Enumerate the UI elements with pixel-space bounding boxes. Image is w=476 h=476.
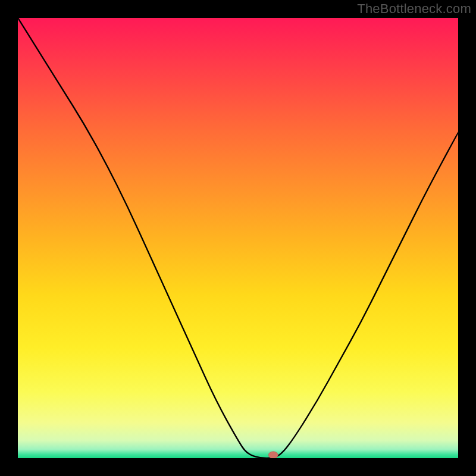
bottleneck-line xyxy=(18,18,458,458)
watermark-label: TheBottleneck.com xyxy=(357,1,471,17)
curve-layer xyxy=(18,18,458,458)
plot-area xyxy=(18,18,458,458)
optimal-point-marker xyxy=(268,452,278,458)
bottleneck-chart: TheBottleneck.com xyxy=(0,0,476,476)
